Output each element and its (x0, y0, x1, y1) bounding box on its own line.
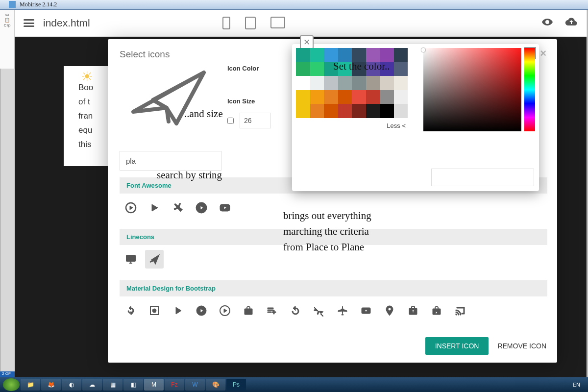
taskbar-chrome-icon[interactable]: ◐ (62, 379, 81, 391)
playlist-add-icon[interactable] (263, 301, 281, 320)
color-swatch[interactable] (394, 62, 408, 76)
airplanemode-on-icon[interactable] (333, 301, 352, 320)
start-button[interactable] (3, 378, 20, 391)
remove-icon-button[interactable]: REMOVE ICON (497, 342, 546, 350)
app-topbar: index.html (15, 10, 587, 37)
color-swatch[interactable] (324, 76, 338, 90)
gradient-cursor[interactable] (421, 48, 425, 52)
local-play-icon[interactable] (357, 301, 375, 320)
hue-slider[interactable] (524, 48, 535, 131)
color-hex-input[interactable] (431, 169, 534, 186)
category-mdb[interactable]: Material Design for Bootstrap (120, 280, 547, 296)
color-less-button[interactable]: Less < (296, 118, 408, 129)
device-phone-icon[interactable] (222, 17, 230, 29)
color-swatch[interactable] (338, 62, 352, 76)
device-tablet-icon[interactable] (245, 17, 256, 29)
color-swatch[interactable] (324, 90, 338, 104)
color-swatch[interactable] (352, 90, 366, 104)
color-swatch[interactable] (366, 104, 380, 118)
brightness-icon[interactable] (145, 301, 164, 320)
shop-icon[interactable] (427, 301, 446, 320)
color-swatch[interactable] (324, 62, 338, 76)
play-circle-filled-icon[interactable] (192, 301, 211, 320)
color-swatch[interactable] (366, 90, 380, 104)
color-swatch[interactable] (338, 48, 352, 62)
category-linecons[interactable]: Linecons (120, 229, 547, 245)
youtube-play-icon[interactable] (216, 198, 234, 217)
play-icon[interactable] (145, 198, 164, 217)
color-swatch[interactable] (394, 76, 408, 90)
icon-size-input[interactable] (240, 113, 271, 128)
search-input[interactable] (120, 151, 221, 171)
play-arrow-icon[interactable] (169, 301, 187, 320)
display-icon[interactable] (122, 250, 140, 269)
airplanemode-off-icon[interactable] (310, 301, 328, 320)
color-swatch[interactable] (296, 76, 310, 90)
color-swatch[interactable] (380, 76, 394, 90)
color-swatch[interactable] (310, 90, 324, 104)
color-swatch[interactable] (352, 76, 366, 90)
icon-size-checkbox[interactable] (227, 118, 234, 124)
cast-icon[interactable] (451, 301, 469, 320)
taskbar-app1-icon[interactable]: ▦ (103, 379, 122, 391)
color-swatch[interactable] (380, 48, 394, 62)
taskbar-paint-icon[interactable]: 🎨 (206, 379, 225, 391)
taskbar-mobirise-icon[interactable]: M (144, 379, 164, 391)
color-swatch[interactable] (296, 90, 310, 104)
color-swatch[interactable] (380, 62, 394, 76)
color-swatch[interactable] (380, 104, 394, 118)
taskbar-word-icon[interactable]: W (185, 379, 205, 391)
color-swatch[interactable] (338, 90, 352, 104)
replay-icon[interactable] (286, 301, 305, 320)
color-swatch[interactable] (394, 48, 408, 62)
color-swatch[interactable] (352, 104, 366, 118)
play-circle-icon[interactable] (192, 198, 211, 217)
color-swatch[interactable] (310, 76, 324, 90)
color-swatch[interactable] (352, 62, 366, 76)
plane-icon[interactable] (169, 198, 187, 217)
autorenew-icon[interactable] (122, 301, 140, 320)
archive-icon[interactable] (404, 301, 422, 320)
taskbar-cloud-icon[interactable]: ☁ (82, 379, 102, 391)
taskbar-app2-icon[interactable]: ◧ (123, 379, 143, 391)
insert-icon-button[interactable]: INSERT ICON (425, 337, 489, 355)
taskbar-explorer-icon[interactable]: 📁 (21, 379, 40, 391)
paper-plane-icon[interactable] (145, 250, 164, 269)
color-swatch[interactable] (338, 76, 352, 90)
publish-icon[interactable] (565, 17, 578, 29)
taskbar-filezilla-icon[interactable]: Fz (165, 379, 184, 391)
color-swatch[interactable] (324, 104, 338, 118)
window-title: Mobirise 2.14.2 (20, 1, 57, 8)
color-swatch[interactable] (366, 48, 380, 62)
color-swatch[interactable] (394, 104, 408, 118)
sun-icon: ☀ (81, 69, 93, 85)
color-swatch[interactable] (324, 48, 338, 62)
color-swatch[interactable] (366, 62, 380, 76)
taskbar-firefox-icon[interactable]: 🦊 (41, 379, 61, 391)
color-gradient-field[interactable] (423, 48, 521, 131)
color-swatch[interactable] (296, 62, 310, 76)
preview-icon[interactable] (541, 16, 553, 30)
menu-button[interactable] (24, 19, 34, 27)
work-icon[interactable] (239, 301, 258, 320)
color-swatch[interactable] (366, 76, 380, 90)
color-swatch[interactable] (310, 48, 324, 62)
play-circle-outline-icon[interactable] (216, 301, 234, 320)
play-circle-o-icon[interactable] (122, 198, 140, 217)
device-desktop-icon[interactable] (270, 17, 285, 28)
icon-preview (129, 65, 208, 128)
svg-rect-8 (245, 309, 252, 315)
place-icon[interactable] (380, 301, 399, 320)
color-swatch[interactable] (296, 104, 310, 118)
taskbar-photoshop-icon[interactable]: Ps (226, 379, 246, 391)
color-swatch[interactable] (296, 48, 310, 62)
color-picker-anchor-close[interactable]: ✕ (300, 35, 314, 49)
color-swatch[interactable] (394, 90, 408, 104)
close-icon[interactable]: × (540, 47, 546, 60)
color-swatch[interactable] (310, 104, 324, 118)
color-swatch[interactable] (338, 104, 352, 118)
color-swatch[interactable] (352, 48, 366, 62)
taskbar-language[interactable]: EN (568, 382, 585, 388)
color-swatch[interactable] (310, 62, 324, 76)
color-swatch[interactable] (380, 90, 394, 104)
